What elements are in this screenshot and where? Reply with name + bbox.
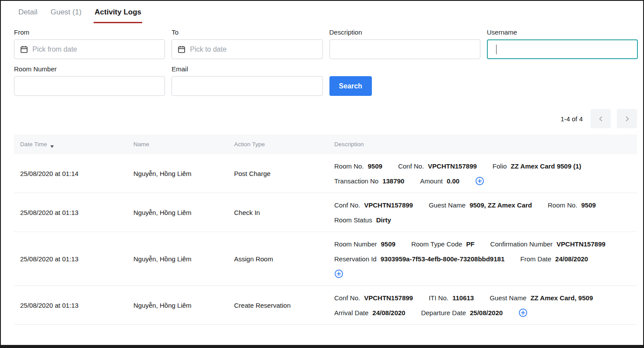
cell-description: Conf No.VPCHTN157899ITI No.110613Guest N… (334, 290, 637, 320)
username-input[interactable] (487, 39, 638, 59)
description-field-label: Room No. (334, 162, 364, 170)
description-field-label: Room Status (334, 216, 372, 224)
sort-desc-icon (50, 145, 54, 148)
description-field-value: 9509 (381, 240, 396, 248)
chevron-right-icon (624, 116, 630, 122)
description-input[interactable] (329, 39, 480, 59)
description-field-label: Guest Name (429, 201, 466, 209)
to-label: To (172, 28, 322, 36)
description-field: Room No.9509 (334, 162, 382, 170)
description-field-label: Transaction No (334, 177, 378, 185)
email-input[interactable] (172, 76, 322, 96)
prev-page-button[interactable] (591, 109, 611, 128)
column-header-description[interactable]: Description (334, 141, 637, 148)
from-placeholder: Pick from date (32, 46, 77, 53)
cell-name: Nguyễn, Hồng Liêm (133, 302, 234, 309)
description-field-value: 24/08/2020 (555, 255, 588, 263)
description-field-value: VPCHTN157899 (364, 201, 413, 209)
cell-description: Conf No.VPCHTN157899Guest Name9509, ZZ A… (334, 197, 637, 227)
description-line (334, 266, 632, 281)
room-number-field: Room Number (14, 65, 165, 96)
description-field-label: Conf No. (398, 162, 424, 170)
description-field-label: Conf No. (334, 294, 360, 302)
results-card: 1-4 of 4 Date Time Name Action Type Desc… (14, 103, 637, 325)
description-field-label: Conf No. (334, 201, 360, 209)
description-line: Arrival Date24/08/2020Departure Date25/0… (334, 305, 632, 320)
description-field-label: Amount (420, 177, 443, 185)
room-number-label: Room Number (14, 65, 165, 73)
cell-description: Room No.9509Conf No.VPCHTN157899FolioZZ … (334, 158, 637, 188)
column-header-action-type[interactable]: Action Type (234, 141, 334, 148)
cell-date-time: 25/08/2020 at 01:13 (20, 302, 133, 309)
search-button[interactable]: Search (329, 76, 372, 96)
table-row: 25/08/2020 at 01:13Nguyễn, Hồng LiêmAssi… (14, 232, 637, 286)
username-label: Username (487, 28, 638, 36)
column-header-date-time[interactable]: Date Time (20, 141, 133, 148)
cell-action-type: Post Charge (234, 170, 334, 177)
description-field-value: 138790 (382, 177, 404, 185)
description-field-value: 24/08/2020 (372, 309, 405, 316)
email-text-input[interactable] (178, 82, 316, 90)
description-field: Conf No.VPCHTN157899 (398, 162, 477, 170)
cell-date-time: 25/08/2020 at 01:13 (20, 255, 133, 263)
description-field-value: 9509 (581, 201, 596, 209)
tab-guest[interactable]: Guest (1) (49, 5, 82, 23)
expand-details-button[interactable] (475, 176, 484, 186)
description-field-value: 9509 (368, 162, 382, 170)
description-field-value: 9509, ZZ Amex Card (469, 201, 532, 209)
description-field-value: VPCHTN157899 (364, 294, 413, 302)
description-field-label: ITI No. (429, 294, 448, 302)
cell-date-time: 25/08/2020 at 01:13 (20, 209, 133, 216)
description-field-label: Departure Date (421, 309, 466, 316)
description-text-input[interactable] (336, 46, 474, 53)
description-field-label: Room Number (334, 240, 377, 248)
description-field: Conf No.VPCHTN157899 (334, 201, 413, 209)
table-row: 25/08/2020 at 01:13Nguyễn, Hồng LiêmChec… (14, 193, 637, 232)
description-field: Room Type CodePF (411, 240, 475, 248)
plus-circle-icon (334, 269, 343, 278)
table-header: Date Time Name Action Type Description (14, 134, 637, 154)
column-header-name[interactable]: Name (133, 141, 234, 148)
description-field-label: Arrival Date (334, 309, 368, 316)
description-field-value: PF (466, 240, 474, 248)
cell-action-type: Assign Room (234, 255, 334, 263)
next-page-button[interactable] (617, 109, 637, 128)
description-line: Conf No.VPCHTN157899Guest Name9509, ZZ A… (334, 197, 632, 212)
description-field: Guest Name9509, ZZ Amex Card (429, 201, 532, 209)
description-line: Reservation Id9303959a-7f53-4efb-800e-73… (334, 251, 632, 266)
description-field: Confirmation NumberVPCHTN157899 (490, 240, 606, 248)
cell-action-type: Check In (234, 209, 334, 216)
from-date-field: From Pick from date (14, 28, 165, 59)
calendar-icon (20, 46, 28, 53)
description-field-label: From Date (520, 255, 551, 263)
table-body: 25/08/2020 at 01:14Nguyễn, Hồng LiêmPost… (14, 154, 637, 325)
description-field: Room StatusDirty (334, 216, 391, 224)
description-label: Description (329, 28, 480, 36)
expand-details-button[interactable] (334, 269, 343, 278)
cell-date-time: 25/08/2020 at 01:14 (20, 170, 133, 177)
description-field-label: Room Type Code (411, 240, 462, 248)
description-line: Room StatusDirty (334, 212, 632, 227)
column-header-date-time-label: Date Time (20, 141, 47, 148)
room-number-text-input[interactable] (20, 82, 159, 90)
description-field-value: 9303959a-7f53-4efb-800e-73208bbd9181 (381, 255, 505, 263)
expand-details-button[interactable] (518, 308, 528, 317)
from-date-input[interactable]: Pick from date (14, 39, 165, 59)
search-button-cell: Search (329, 65, 480, 96)
description-field: Room Number9509 (334, 240, 396, 248)
description-field-value: VPCHTN157899 (556, 240, 606, 248)
plus-circle-icon (518, 308, 528, 317)
tab-detail[interactable]: Detail (18, 5, 38, 23)
calendar-icon (178, 46, 186, 53)
description-line: Room Number9509Room Type CodePFConfirmat… (334, 236, 632, 251)
description-field-label: Confirmation Number (490, 240, 553, 248)
room-number-input[interactable] (14, 76, 165, 96)
tab-activity-logs[interactable]: Activity Logs (94, 5, 142, 23)
description-field: Guest NameZZ Amex Card, 9509 (490, 294, 593, 302)
description-field-value: VPCHTN157899 (428, 162, 477, 170)
to-date-input[interactable]: Pick to date (172, 39, 322, 59)
description-field-label: Reservation Id (334, 255, 377, 263)
description-field-value: Dirty (376, 216, 391, 224)
description-field: Transaction No138790 (334, 177, 404, 185)
description-field: Amount0.00 (420, 177, 459, 185)
